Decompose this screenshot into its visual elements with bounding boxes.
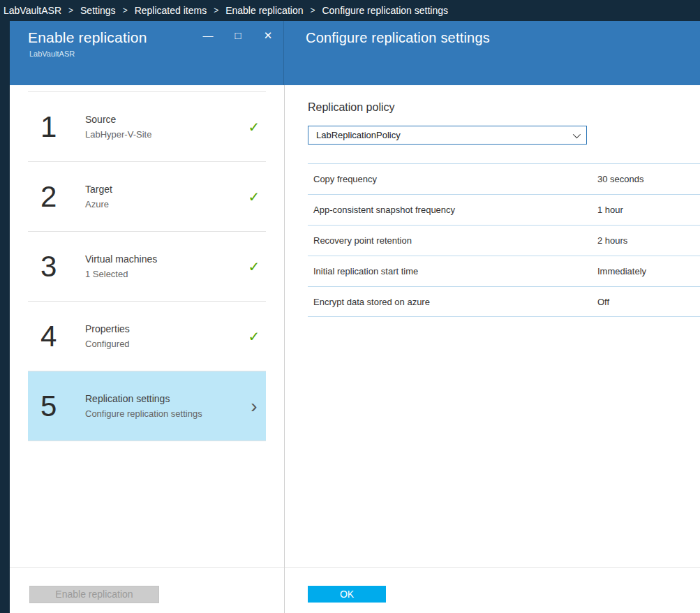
wizard-step-target[interactable]: 2 Target Azure ✓ [28,162,266,232]
configure-replication-settings-blade: Replication policy LabReplicationPolicy … [284,85,700,613]
wizard-step-replication-settings[interactable]: 5 Replication settings Configure replica… [28,371,266,441]
step-title: Source [85,114,242,125]
setting-value: Off [597,297,609,307]
breadcrumb-separator: > [68,6,73,15]
replication-policy-label: Replication policy [308,101,700,114]
step-title: Virtual machines [85,253,242,265]
setting-value: 2 hours [597,235,627,246]
step-title: Properties [85,323,242,334]
setting-label: App-consistent snapshot frequency [313,205,597,215]
setting-label: Copy frequency [313,174,597,184]
setting-value: Immediately [597,266,646,276]
step-number: 5 [40,390,81,423]
setting-value: 30 seconds [597,174,644,184]
breadcrumb-separator: > [310,6,315,15]
left-blade-footer: Enable replication [10,567,284,613]
table-row: App-consistent snapshot frequency 1 hour [308,194,700,225]
replication-policy-dropdown[interactable]: LabReplicationPolicy [308,126,587,145]
setting-label: Initial replication start time [313,266,597,276]
minimize-icon[interactable]: — [202,29,214,42]
step-subtitle: 1 Selected [85,269,242,279]
step-title: Target [85,184,242,195]
step-subtitle: Azure [85,199,242,209]
wizard-step-virtual-machines[interactable]: 3 Virtual machines 1 Selected ✓ [28,232,266,302]
setting-value: 1 hour [597,205,623,215]
step-title: Replication settings [85,393,242,404]
step-subtitle: Configured [85,339,242,349]
table-row: Initial replication start time Immediate… [308,256,700,286]
enable-replication-blade: 1 Source LabHyper-V-Site ✓ 2 Target Azur… [10,85,284,613]
breadcrumb-item-vault[interactable]: LabVaultASR [3,5,61,16]
enable-replication-button[interactable]: Enable replication [29,586,159,603]
wizard-step-properties[interactable]: 4 Properties Configured ✓ [28,302,266,371]
step-number: 1 [40,110,81,144]
step-subtitle: Configure replication settings [85,408,242,419]
breadcrumb-item-settings[interactable]: Settings [80,5,116,16]
breadcrumb-item-configure-replication-settings[interactable]: Configure replication settings [322,5,448,16]
check-icon: ✓ [242,189,266,205]
chevron-down-icon [573,130,581,138]
step-number: 2 [40,180,81,214]
close-icon[interactable]: ✕ [262,29,274,42]
wizard-steps-list: 1 Source LabHyper-V-Site ✓ 2 Target Azur… [28,91,266,441]
configure-settings-blade-title: Configure replication settings [306,30,490,46]
table-row: Encrypt data stored on azure Off [308,286,700,317]
breadcrumb-item-replicated-items[interactable]: Replicated items [135,5,207,16]
right-blade-footer: OK [285,567,700,613]
ok-button[interactable]: OK [308,586,386,603]
blade-subtitle: LabVaultASR [29,50,283,58]
check-icon: ✓ [242,119,266,135]
enable-replication-blade-header: Enable replication LabVaultASR — □ ✕ [10,21,284,85]
portal-left-strip [0,21,10,613]
setting-label: Recovery point retention [313,235,597,246]
step-number: 3 [40,250,81,283]
breadcrumb-item-enable-replication[interactable]: Enable replication [225,5,303,16]
policy-settings-table: Copy frequency 30 seconds App-consistent… [308,163,700,317]
breadcrumb-separator: > [123,6,128,15]
maximize-icon[interactable]: □ [232,29,244,42]
dropdown-selected-value: LabReplicationPolicy [316,130,401,140]
breadcrumb-separator: > [214,6,218,15]
table-row: Recovery point retention 2 hours [308,225,700,256]
blade-header-band: Enable replication LabVaultASR — □ ✕ Con… [10,21,700,85]
check-icon: ✓ [242,328,266,345]
check-icon: ✓ [242,258,266,275]
step-number: 4 [40,320,81,353]
breadcrumb: LabVaultASR > Settings > Replicated item… [0,0,700,21]
setting-label: Encrypt data stored on azure [313,297,597,307]
step-subtitle: LabHyper-V-Site [85,129,242,140]
table-row: Copy frequency 30 seconds [308,163,700,194]
chevron-right-icon: › [242,399,266,413]
wizard-step-source[interactable]: 1 Source LabHyper-V-Site ✓ [28,92,266,162]
